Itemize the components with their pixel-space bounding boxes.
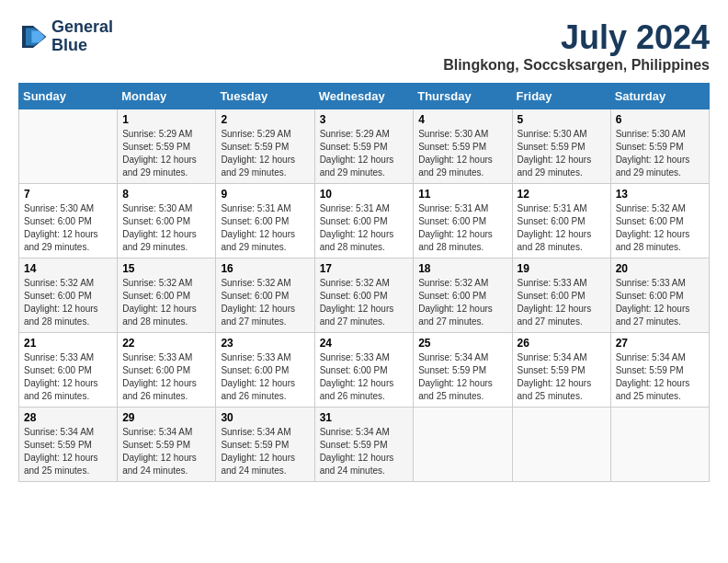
calendar-cell: 27Sunrise: 5:34 AM Sunset: 5:59 PM Dayli… [610,333,709,408]
day-number: 28 [24,411,112,424]
calendar-table: SundayMondayTuesdayWednesdayThursdayFrid… [18,83,710,482]
calendar-cell: 22Sunrise: 5:33 AM Sunset: 6:00 PM Dayli… [118,333,216,408]
day-number: 5 [518,113,606,126]
day-info: Sunrise: 5:34 AM Sunset: 5:59 PM Dayligh… [122,426,210,477]
day-number: 1 [122,113,210,126]
calendar-cell: 30Sunrise: 5:34 AM Sunset: 5:59 PM Dayli… [216,408,314,482]
calendar-week-2: 7Sunrise: 5:30 AM Sunset: 6:00 PM Daylig… [19,184,710,259]
calendar-cell: 14Sunrise: 5:32 AM Sunset: 6:00 PM Dayli… [19,259,118,333]
day-info: Sunrise: 5:32 AM Sunset: 6:00 PM Dayligh… [122,277,210,328]
day-number: 15 [122,262,210,275]
day-info: Sunrise: 5:33 AM Sunset: 6:00 PM Dayligh… [24,351,112,403]
day-number: 24 [320,337,409,350]
day-info: Sunrise: 5:32 AM Sunset: 6:00 PM Dayligh… [320,277,409,328]
header-friday: Friday [512,84,610,109]
page-subtitle: Blingkong, Soccsksargen, Philippines [443,57,710,74]
day-info: Sunrise: 5:32 AM Sunset: 6:00 PM Dayligh… [221,277,309,328]
calendar-cell: 6Sunrise: 5:30 AM Sunset: 5:59 PM Daylig… [610,109,709,184]
calendar-cell: 18Sunrise: 5:32 AM Sunset: 6:00 PM Dayli… [414,259,512,333]
page-title: July 2024 [443,18,710,57]
calendar-cell: 17Sunrise: 5:32 AM Sunset: 6:00 PM Dayli… [314,259,414,333]
day-info: Sunrise: 5:32 AM Sunset: 6:00 PM Dayligh… [418,277,506,328]
calendar-cell [610,408,709,482]
day-info: Sunrise: 5:33 AM Sunset: 6:00 PM Dayligh… [616,277,704,328]
day-info: Sunrise: 5:30 AM Sunset: 6:00 PM Dayligh… [24,202,112,254]
day-number: 25 [418,337,506,350]
day-number: 9 [221,188,309,201]
header-monday: Monday [118,84,216,109]
header-thursday: Thursday [414,84,512,109]
calendar-week-1: 1Sunrise: 5:29 AM Sunset: 5:59 PM Daylig… [19,109,710,184]
calendar-cell: 2Sunrise: 5:29 AM Sunset: 5:59 PM Daylig… [216,109,314,184]
day-info: Sunrise: 5:34 AM Sunset: 5:59 PM Dayligh… [221,426,309,477]
calendar-cell: 7Sunrise: 5:30 AM Sunset: 6:00 PM Daylig… [19,184,118,259]
day-info: Sunrise: 5:31 AM Sunset: 6:00 PM Dayligh… [518,202,606,254]
calendar-cell: 21Sunrise: 5:33 AM Sunset: 6:00 PM Dayli… [19,333,118,408]
day-info: Sunrise: 5:31 AM Sunset: 6:00 PM Dayligh… [221,202,309,254]
calendar-cell: 23Sunrise: 5:33 AM Sunset: 6:00 PM Dayli… [216,333,314,408]
calendar-cell: 4Sunrise: 5:30 AM Sunset: 5:59 PM Daylig… [414,109,512,184]
calendar-cell: 31Sunrise: 5:34 AM Sunset: 5:59 PM Dayli… [314,408,414,482]
calendar-cell: 20Sunrise: 5:33 AM Sunset: 6:00 PM Dayli… [610,259,709,333]
day-number: 14 [24,262,112,275]
day-info: Sunrise: 5:33 AM Sunset: 6:00 PM Dayligh… [122,351,210,403]
day-info: Sunrise: 5:29 AM Sunset: 5:59 PM Dayligh… [122,128,210,179]
day-info: Sunrise: 5:32 AM Sunset: 6:00 PM Dayligh… [24,277,112,328]
general-blue-icon [18,22,48,52]
calendar-cell: 10Sunrise: 5:31 AM Sunset: 6:00 PM Dayli… [314,184,414,259]
day-info: Sunrise: 5:30 AM Sunset: 5:59 PM Dayligh… [418,128,506,179]
day-number: 31 [320,411,409,424]
day-number: 16 [221,262,309,275]
day-number: 12 [518,188,606,201]
header-wednesday: Wednesday [314,84,414,109]
day-number: 3 [320,113,409,126]
calendar-cell: 1Sunrise: 5:29 AM Sunset: 5:59 PM Daylig… [118,109,216,184]
day-number: 29 [122,411,210,424]
day-info: Sunrise: 5:33 AM Sunset: 6:00 PM Dayligh… [320,351,409,403]
calendar-cell: 13Sunrise: 5:32 AM Sunset: 6:00 PM Dayli… [610,184,709,259]
header-saturday: Saturday [610,84,709,109]
calendar-cell: 9Sunrise: 5:31 AM Sunset: 6:00 PM Daylig… [216,184,314,259]
calendar-cell: 28Sunrise: 5:34 AM Sunset: 5:59 PM Dayli… [19,408,118,482]
page-header: General Blue July 2024 Blingkong, Soccsk… [18,18,710,74]
day-info: Sunrise: 5:34 AM Sunset: 5:59 PM Dayligh… [616,351,704,403]
header-tuesday: Tuesday [216,84,314,109]
day-number: 23 [221,337,309,350]
calendar-header-row: SundayMondayTuesdayWednesdayThursdayFrid… [19,84,710,109]
calendar-cell [414,408,512,482]
calendar-cell [512,408,610,482]
calendar-cell: 5Sunrise: 5:30 AM Sunset: 5:59 PM Daylig… [512,109,610,184]
day-number: 13 [616,188,704,201]
day-number: 6 [616,113,704,126]
day-number: 10 [320,188,409,201]
day-info: Sunrise: 5:31 AM Sunset: 6:00 PM Dayligh… [418,202,506,254]
logo-text: General Blue [51,18,113,55]
calendar-cell: 19Sunrise: 5:33 AM Sunset: 6:00 PM Dayli… [512,259,610,333]
day-number: 17 [320,262,409,275]
calendar-cell [19,109,118,184]
day-number: 11 [418,188,506,201]
calendar-week-5: 28Sunrise: 5:34 AM Sunset: 5:59 PM Dayli… [19,408,710,482]
header-sunday: Sunday [19,84,118,109]
day-number: 18 [418,262,506,275]
calendar-cell: 12Sunrise: 5:31 AM Sunset: 6:00 PM Dayli… [512,184,610,259]
logo: General Blue [18,18,113,55]
day-number: 8 [122,188,210,201]
day-info: Sunrise: 5:33 AM Sunset: 6:00 PM Dayligh… [518,277,606,328]
calendar-cell: 11Sunrise: 5:31 AM Sunset: 6:00 PM Dayli… [414,184,512,259]
calendar-cell: 24Sunrise: 5:33 AM Sunset: 6:00 PM Dayli… [314,333,414,408]
calendar-week-3: 14Sunrise: 5:32 AM Sunset: 6:00 PM Dayli… [19,259,710,333]
day-number: 7 [24,188,112,201]
day-number: 30 [221,411,309,424]
day-number: 26 [518,337,606,350]
day-info: Sunrise: 5:34 AM Sunset: 5:59 PM Dayligh… [320,426,409,477]
calendar-week-4: 21Sunrise: 5:33 AM Sunset: 6:00 PM Dayli… [19,333,710,408]
calendar-cell: 26Sunrise: 5:34 AM Sunset: 5:59 PM Dayli… [512,333,610,408]
day-info: Sunrise: 5:34 AM Sunset: 5:59 PM Dayligh… [518,351,606,403]
day-info: Sunrise: 5:29 AM Sunset: 5:59 PM Dayligh… [320,128,409,179]
calendar-cell: 15Sunrise: 5:32 AM Sunset: 6:00 PM Dayli… [118,259,216,333]
title-section: July 2024 Blingkong, Soccsksargen, Phili… [443,18,710,74]
day-number: 4 [418,113,506,126]
day-info: Sunrise: 5:32 AM Sunset: 6:00 PM Dayligh… [616,202,704,254]
day-info: Sunrise: 5:30 AM Sunset: 5:59 PM Dayligh… [616,128,704,179]
